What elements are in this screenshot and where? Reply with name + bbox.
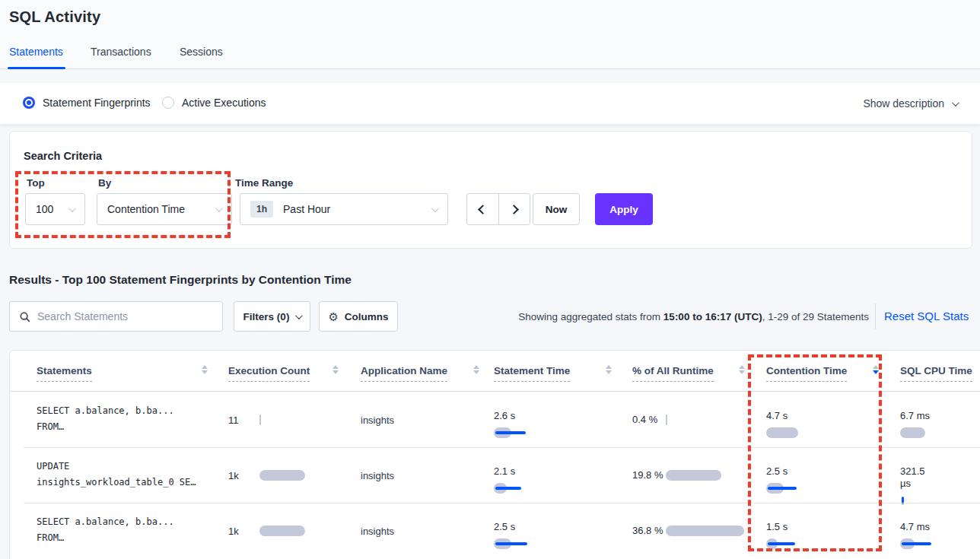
table-row[interactable]: UPDATE insights_workload_table_0 SE… 1k … xyxy=(10,447,980,503)
pct-runtime-bar xyxy=(666,414,751,425)
execution-count-cell: 1k xyxy=(228,464,350,487)
chevron-down-icon xyxy=(295,312,303,319)
sql-cpu-time-value: 321.5 µs xyxy=(900,465,938,490)
pct-runtime-value: 0.4 % xyxy=(632,414,667,426)
col-header-sql-cpu-time[interactable]: SQL CPU Time xyxy=(900,365,972,376)
columns-button[interactable]: ⚙ Columns xyxy=(319,301,398,332)
now-button[interactable]: Now xyxy=(533,193,580,225)
caret-down-icon xyxy=(473,370,479,374)
statement-time-cell: 2.6 s xyxy=(494,410,619,438)
statement-line1: SELECT a.balance, b.ba... xyxy=(37,514,219,530)
chevron-right-icon xyxy=(509,205,519,214)
chevron-left-icon xyxy=(478,205,488,214)
search-icon xyxy=(19,311,30,322)
tab-statements[interactable]: Statements xyxy=(9,46,63,58)
caret-up-icon xyxy=(473,365,479,369)
table-row[interactable]: SELECT a.balance, b.ba... FROM… 11 insig… xyxy=(10,392,980,447)
top-select-value: 100 xyxy=(36,203,53,215)
statements-table: Statements Execution Count Application N… xyxy=(9,350,980,559)
statement-time-value: 2.6 s xyxy=(494,410,619,422)
radio-label: Active Executions xyxy=(182,97,266,109)
execution-count-value: 1k xyxy=(228,470,239,481)
col-header-statement-time[interactable]: Statement Time xyxy=(494,365,570,376)
previous-range-button[interactable] xyxy=(467,194,499,224)
search-criteria-title: Search Criteria xyxy=(24,150,102,162)
statement-time-value: 2.5 s xyxy=(494,521,619,533)
statement-time-value: 2.1 s xyxy=(494,465,619,478)
chevron-down-icon xyxy=(431,205,439,212)
contention-time-bar xyxy=(766,427,858,438)
filters-label: Filters (0) xyxy=(243,311,290,322)
caret-up-icon xyxy=(739,365,745,369)
caret-up-icon xyxy=(332,365,339,369)
columns-label: Columns xyxy=(345,311,389,322)
sort-application-name[interactable] xyxy=(473,365,479,374)
statement-line1: UPDATE xyxy=(37,459,219,475)
col-header-pct-runtime[interactable]: % of All Runtime xyxy=(632,365,714,376)
sql-cpu-time-value: 4.7 ms xyxy=(900,521,938,533)
radio-unselected-icon xyxy=(162,97,174,109)
statement-time-cell: 2.5 s xyxy=(494,521,619,549)
contention-time-cell: 1.5 s xyxy=(766,521,888,549)
contention-time-value: 4.7 s xyxy=(766,410,888,422)
statement-line1: SELECT a.balance, b.ba... xyxy=(37,403,219,419)
sort-contention-time-active[interactable] xyxy=(873,365,879,374)
time-range-select[interactable]: 1h Past Hour xyxy=(240,193,448,225)
by-label: By xyxy=(98,177,111,189)
pct-runtime-bar xyxy=(666,526,751,536)
col-header-statements[interactable]: Statements xyxy=(37,365,92,376)
statement-cell[interactable]: SELECT a.balance, b.ba... FROM… xyxy=(37,514,219,546)
sql-cpu-time-bar xyxy=(900,427,980,438)
pct-runtime-cell: 36.8 % xyxy=(632,515,758,547)
caret-up-icon xyxy=(873,365,879,369)
tab-transactions[interactable]: Transactions xyxy=(91,46,151,58)
radio-selected-icon xyxy=(23,97,35,109)
caret-down-icon xyxy=(739,370,745,374)
aggregated-stats-text: Showing aggregated stats from 15:00 to 1… xyxy=(518,311,869,322)
statement-time-bar xyxy=(494,427,585,438)
application-name-cell: insights xyxy=(361,408,467,431)
tab-sessions[interactable]: Sessions xyxy=(180,46,223,58)
reset-sql-stats-link[interactable]: Reset SQL Stats xyxy=(884,310,969,322)
execution-count-value: 1k xyxy=(228,526,239,537)
table-row[interactable]: SELECT a.balance, b.ba... FROM… 1k insig… xyxy=(10,503,980,558)
by-select[interactable]: Contention Time xyxy=(97,193,232,225)
caret-up-icon xyxy=(606,365,612,369)
col-header-application-name[interactable]: Application Name xyxy=(361,365,447,376)
radio-active-executions[interactable]: Active Executions xyxy=(162,97,266,109)
filters-button[interactable]: Filters (0) xyxy=(234,301,310,332)
pct-runtime-cell: 19.8 % xyxy=(632,459,758,491)
execution-count-value: 11 xyxy=(228,414,239,426)
sort-statements[interactable] xyxy=(202,365,208,374)
next-range-button[interactable] xyxy=(499,194,530,224)
table-body: SELECT a.balance, b.ba... FROM… 11 insig… xyxy=(10,392,980,558)
search-statements-input[interactable] xyxy=(37,310,213,322)
apply-button[interactable]: Apply xyxy=(595,193,653,225)
top-label: Top xyxy=(27,177,45,189)
application-name-cell: insights xyxy=(361,464,467,487)
sort-execution-count[interactable] xyxy=(332,365,339,374)
radio-statement-fingerprints[interactable]: Statement Fingerprints xyxy=(23,97,151,109)
radio-label: Statement Fingerprints xyxy=(43,97,151,109)
contention-time-bar xyxy=(766,538,858,549)
pct-runtime-cell: 0.4 % xyxy=(632,404,758,436)
col-header-execution-count[interactable]: Execution Count xyxy=(228,365,310,376)
contention-time-bar xyxy=(766,483,858,494)
chevron-down-icon xyxy=(68,205,76,212)
sort-statement-time[interactable] xyxy=(606,365,612,374)
caret-down-icon xyxy=(606,370,612,374)
active-tab-underline xyxy=(8,67,65,69)
statement-cell[interactable]: SELECT a.balance, b.ba... FROM… xyxy=(37,403,219,435)
top-select[interactable]: 100 xyxy=(25,193,85,225)
application-name-value: insights xyxy=(361,470,394,481)
statement-line2: insights_workload_table_0 SE… xyxy=(37,475,219,491)
show-description-toggle[interactable]: Show description xyxy=(863,97,957,110)
sort-pct-runtime[interactable] xyxy=(739,365,745,374)
col-header-contention-time[interactable]: Contention Time xyxy=(766,365,847,376)
sql-cpu-time-value: 6.7 ms xyxy=(900,410,938,422)
caret-down-icon xyxy=(332,370,339,374)
statement-cell[interactable]: UPDATE insights_workload_table_0 SE… xyxy=(37,459,219,491)
results-title: Results - Top 100 Statement Fingerprints… xyxy=(9,273,352,287)
caret-down-icon xyxy=(202,370,208,374)
toolbar-divider xyxy=(875,303,876,329)
